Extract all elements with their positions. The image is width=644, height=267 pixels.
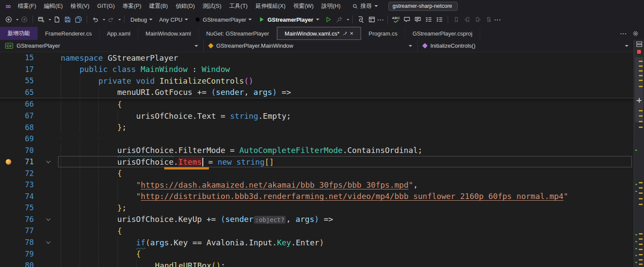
tab-settings-gear-icon[interactable] [632,30,639,37]
code-line-72[interactable]: 72{ [0,167,634,179]
navigate-forward-button[interactable] [19,14,29,25]
menu-item-8[interactable]: 測試(S) [198,1,225,11]
attach-to-process-button[interactable] [334,14,345,25]
code-line-15[interactable]: 15namespace GStreamerPlayer [0,52,634,64]
breakpoint-margin[interactable] [0,98,13,110]
new-item-chevron-icon[interactable] [49,19,51,20]
code-line-70[interactable]: 70urisOfChoice.FilterMode = AutoComplete… [0,144,634,156]
add-new-item-button[interactable] [52,14,62,25]
solution-configuration-combo[interactable]: Debug [127,14,156,25]
navigate-backward-button[interactable] [3,14,14,25]
code-line-74[interactable]: 74"http://distribution.bbb3d.renderfarmi… [0,191,634,202]
project-dropdown[interactable]: C# GStreamerPlayer [0,40,204,52]
code-line-75[interactable]: 75}; [0,202,634,214]
breakpoint-margin[interactable] [0,214,13,225]
member-dropdown[interactable]: InitializeControls() [418,40,634,52]
visual-studio-logo-icon[interactable]: ∞ [3,2,14,10]
breakpoint-margin[interactable] [0,167,13,179]
breakpoint-margin[interactable] [0,133,13,145]
redo-chevron-icon[interactable] [118,19,121,20]
breakpoint-margin[interactable] [0,64,13,75]
new-project-button[interactable] [36,14,46,25]
close-icon[interactable]: × [350,30,353,37]
undo-chevron-icon[interactable] [103,19,105,20]
editor-scrollbar[interactable] [634,40,644,267]
code-line-17[interactable]: 17public class MainWindow : Window [0,64,634,75]
menu-item-4[interactable]: GIT(G) [93,1,118,11]
debug-target-combo[interactable]: GStreamerPlayer [192,14,255,25]
tab-2[interactable]: FrameRenderer.cs [38,27,100,40]
code-line-73[interactable]: 73"https://dash.akamaized.net/akamai/bbb… [0,179,634,191]
spell-checker-button[interactable]: ABC [391,14,401,25]
code-line-55[interactable]: 55private void InitializeControls() [0,75,634,87]
menu-item-2[interactable]: 編輯(E) [40,1,67,11]
code-line-66[interactable]: 66{ [0,98,634,110]
menu-item-1[interactable]: 檔案(F) [14,1,40,11]
uncomment-button[interactable] [413,14,423,25]
search-menu-button[interactable]: 搜尋 [349,1,381,11]
breakpoint-margin[interactable] [0,144,13,156]
code-line-77[interactable]: 77{ [0,225,634,237]
comment-button[interactable] [402,14,412,25]
menu-item-7[interactable]: 偵錯(D) [172,1,198,11]
breakpoint-margin[interactable] [0,248,13,260]
quick-search-input[interactable]: gstreamer-sharp-netcore [388,2,458,11]
breakpoint-margin[interactable] [0,202,13,214]
code-editor[interactable]: 15namespace GStreamerPlayer17public clas… [0,52,634,267]
code-line-76[interactable]: 76urisOfChoice.KeyUp += (sender:object?,… [0,214,634,225]
tab-6[interactable]: MainWindow.xaml.cs*× [277,27,361,40]
toolbar-overflow-button[interactable]: ··· [377,16,384,23]
breakpoint-margin[interactable] [0,75,13,87]
tab-8[interactable]: GStreamerPlayer.csproj [405,27,480,40]
code-line-68[interactable]: 68}; [0,121,634,133]
breakpoint-margin[interactable] [0,260,13,267]
tab-4[interactable]: MainWindow.xaml [138,27,199,40]
code-line-67[interactable]: 67urisOfChoice.Text = string.Empty; [0,110,634,122]
code-line-71[interactable]: 71urisOfChoice.Items = new string[] [0,156,634,168]
tab-7[interactable]: Program.cs [361,27,405,40]
code-line-65[interactable]: 65menuURI.GotFocus += (sender, args) => [0,87,634,98]
clear-bookmarks-button[interactable] [484,14,494,25]
tab-3[interactable]: App.xaml [100,27,138,40]
start-debugging-button[interactable]: GStreamerPlayer [255,14,323,25]
next-bookmark-button[interactable] [473,14,483,25]
fold-chevron-icon[interactable] [34,156,61,168]
solution-platform-combo[interactable]: Any CPU [156,14,191,25]
redo-button[interactable] [106,14,116,25]
breakpoint-margin[interactable] [0,52,13,64]
menu-item-6[interactable]: 建置(B) [145,1,172,11]
menu-item-12[interactable]: 說明(H) [318,1,345,11]
previous-bookmark-button[interactable] [462,14,472,25]
breakpoint-margin[interactable] [0,191,13,202]
decrease-indent-button[interactable] [423,14,434,25]
code-line-69[interactable]: 69 [0,133,634,145]
lightbulb-icon[interactable] [0,156,13,168]
increase-indent-button[interactable] [434,14,445,25]
fold-chevron-icon[interactable] [34,214,61,225]
tab-1[interactable]: 新增功能 [0,27,38,40]
save-button[interactable] [62,14,73,25]
pin-icon[interactable] [342,31,348,36]
menu-item-9[interactable]: 工具(T) [225,1,252,11]
navigate-back-chevron-icon[interactable] [16,19,19,20]
document-outline-button[interactable] [367,14,377,25]
attach-chevron-icon[interactable] [347,19,349,20]
fold-chevron-icon[interactable] [34,237,61,248]
menu-item-3[interactable]: 檢視(V) [67,1,93,11]
tab-list-button[interactable]: ··· [620,30,627,37]
breakpoint-margin[interactable] [0,110,13,122]
code-line-79[interactable]: 79{ [0,248,634,260]
menu-item-10[interactable]: 延伸模組(X) [251,1,289,11]
code-line-78[interactable]: 78if(args.Key == Avalonia.Input.Key.Ente… [0,237,634,248]
type-dropdown[interactable]: GStreamerPlayer.MainWindow [204,40,418,52]
tab-5[interactable]: NuGet: GStreamerPlayer [199,27,277,40]
breakpoint-margin[interactable] [0,121,13,133]
menu-item-5[interactable]: 專案(P) [119,1,145,11]
start-without-debugging-button[interactable] [323,14,334,25]
find-in-files-button[interactable] [356,14,366,25]
toggle-bookmark-button[interactable] [451,14,462,25]
save-all-button[interactable] [73,14,84,25]
code-line-80[interactable]: 80HandleURIBox(); [0,260,634,267]
breakpoint-margin[interactable] [0,237,13,248]
breakpoint-margin[interactable] [0,225,13,237]
